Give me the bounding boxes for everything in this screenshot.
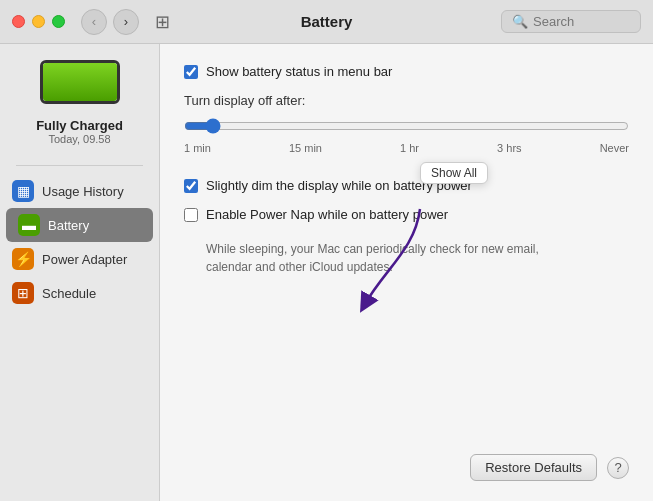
battery-status-label: Fully Charged	[36, 118, 123, 133]
battery-date: Today, 09.58	[48, 133, 110, 145]
battery-body	[40, 60, 120, 104]
display-off-slider[interactable]	[184, 118, 629, 134]
search-input[interactable]	[533, 14, 630, 29]
sidebar: Fully Charged Today, 09.58 ▦ Usage Histo…	[0, 44, 160, 501]
usage-history-icon: ▦	[12, 180, 34, 202]
show-battery-status-label: Show battery status in menu bar	[206, 64, 392, 79]
slider-label-never: Never	[600, 142, 629, 154]
power-nap-label: Enable Power Nap while on battery power	[206, 207, 448, 222]
sidebar-item-power-adapter[interactable]: ⚡ Power Adapter	[0, 242, 159, 276]
help-button[interactable]: ?	[607, 457, 629, 479]
zoom-button[interactable]	[52, 15, 65, 28]
restore-defaults-button[interactable]: Restore Defaults	[470, 454, 597, 481]
nav-buttons: ‹ ›	[81, 9, 139, 35]
schedule-icon: ⊞	[12, 282, 34, 304]
forward-button[interactable]: ›	[113, 9, 139, 35]
sidebar-item-battery[interactable]: ▬ Battery	[6, 208, 153, 242]
titlebar: ‹ › ⊞ Battery 🔍	[0, 0, 653, 44]
slider-labels: 1 min 15 min 1 hr 3 hrs Never	[184, 142, 629, 154]
main-layout: Fully Charged Today, 09.58 ▦ Usage Histo…	[0, 44, 653, 501]
content-area: Show battery status in menu bar Turn dis…	[160, 44, 653, 501]
search-box[interactable]: 🔍	[501, 10, 641, 33]
sidebar-item-label: Schedule	[42, 286, 96, 301]
slightly-dim-checkbox[interactable]	[184, 179, 198, 193]
close-button[interactable]	[12, 15, 25, 28]
back-button[interactable]: ‹	[81, 9, 107, 35]
footer: Restore Defaults ?	[184, 444, 629, 481]
sidebar-item-label: Battery	[48, 218, 89, 233]
traffic-lights	[12, 15, 65, 28]
window-title: Battery	[301, 13, 353, 30]
slider-container: 1 min 15 min 1 hr 3 hrs Never	[184, 118, 629, 154]
slider-label-3hrs: 3 hrs	[497, 142, 521, 154]
battery-terminal	[119, 73, 120, 91]
power-adapter-icon: ⚡	[12, 248, 34, 270]
sidebar-item-label: Power Adapter	[42, 252, 127, 267]
sidebar-item-label: Usage History	[42, 184, 124, 199]
slightly-dim-row: Slightly dim the display while on batter…	[184, 178, 629, 193]
show-battery-status-checkbox[interactable]	[184, 65, 198, 79]
show-all-tooltip[interactable]: Show All	[420, 162, 488, 184]
slider-label-1min: 1 min	[184, 142, 211, 154]
sidebar-divider	[16, 165, 143, 166]
power-nap-description: While sleeping, your Mac can periodicall…	[206, 240, 586, 276]
slider-label-1hr: 1 hr	[400, 142, 419, 154]
battery-fill	[43, 63, 117, 101]
minimize-button[interactable]	[32, 15, 45, 28]
sidebar-item-schedule[interactable]: ⊞ Schedule	[0, 276, 159, 310]
sidebar-item-usage-history[interactable]: ▦ Usage History	[0, 174, 159, 208]
search-icon: 🔍	[512, 14, 528, 29]
power-nap-checkbox[interactable]	[184, 208, 198, 222]
turn-display-off-label: Turn display off after:	[184, 93, 629, 108]
show-battery-status-row: Show battery status in menu bar	[184, 64, 629, 79]
battery-illustration	[40, 60, 120, 104]
grid-icon[interactable]: ⊞	[155, 11, 170, 33]
power-nap-row: Enable Power Nap while on battery power	[184, 207, 629, 222]
slider-label-15min: 15 min	[289, 142, 322, 154]
battery-icon: ▬	[18, 214, 40, 236]
